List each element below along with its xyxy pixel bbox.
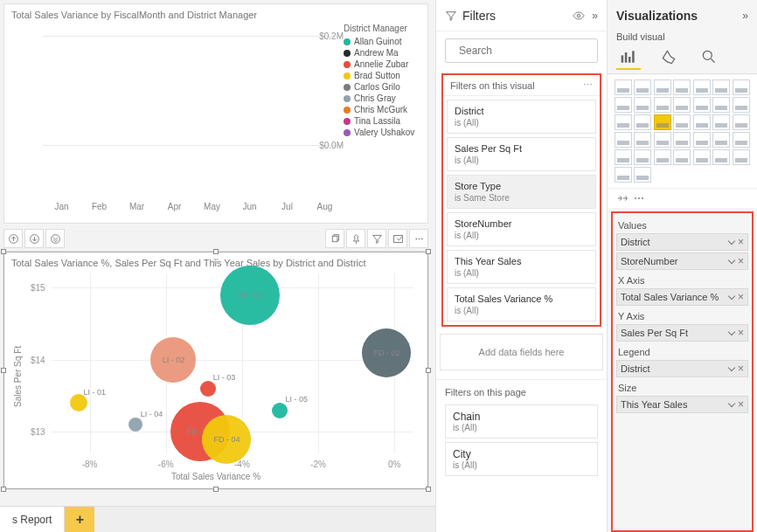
filter-card[interactable]: Total Sales Variance %is (All) <box>447 287 596 321</box>
y-tick-label: $13 <box>31 427 45 437</box>
bubble[interactable] <box>200 381 216 397</box>
chevron-down-icon[interactable] <box>729 236 734 248</box>
viz-type-button[interactable] <box>673 79 691 95</box>
legend-item[interactable]: Carlos Grilo <box>344 82 420 92</box>
search-input[interactable] <box>459 45 590 57</box>
visual-bar-chart[interactable]: Total Sales Variance by FiscalMonth and … <box>3 3 428 224</box>
expand-all-button[interactable] <box>45 229 65 248</box>
legend-item[interactable]: Valery Ushakov <box>344 128 420 137</box>
viz-type-button[interactable] <box>634 97 651 113</box>
remove-field-button[interactable]: × <box>738 327 744 339</box>
bubble[interactable] <box>70 394 87 411</box>
page-tab[interactable]: s Report <box>0 507 65 532</box>
remove-field-button[interactable]: × <box>738 363 744 375</box>
filter-card[interactable]: Store Typeis Same Store <box>447 175 596 209</box>
add-data-fields-drop[interactable]: Add data fields here <box>440 334 603 370</box>
viz-type-button[interactable] <box>634 132 651 148</box>
filter-button[interactable] <box>367 229 386 248</box>
viz-type-button[interactable] <box>634 167 651 183</box>
collapse-icon[interactable]: » <box>742 10 748 22</box>
viz-type-button[interactable] <box>733 79 750 95</box>
filters-search[interactable] <box>445 38 598 63</box>
viz-type-button[interactable] <box>615 149 632 165</box>
viz-type-button[interactable] <box>615 114 632 130</box>
legend-item[interactable]: Annelie Zubar <box>344 59 420 69</box>
viz-type-button[interactable] <box>615 97 632 113</box>
drill-down-button[interactable] <box>24 229 44 248</box>
chevron-down-icon[interactable] <box>729 398 734 411</box>
legend-item[interactable]: Chris Gray <box>344 93 420 103</box>
drill-up-button[interactable] <box>3 229 23 248</box>
chevron-down-icon[interactable] <box>729 327 734 339</box>
legend-item[interactable]: Andrew Ma <box>344 48 420 58</box>
report-canvas[interactable]: Total Sales Variance by FiscalMonth and … <box>0 0 435 532</box>
viz-type-button[interactable] <box>712 132 730 148</box>
viz-type-button[interactable] <box>693 132 711 148</box>
viz-type-button[interactable] <box>654 149 671 165</box>
filter-card[interactable]: StoreNumberis (All) <box>447 212 596 246</box>
viz-type-button[interactable] <box>634 79 651 95</box>
filter-card[interactable]: Sales Per Sq Ftis (All) <box>447 137 596 171</box>
bubble[interactable] <box>272 403 288 418</box>
visual-scatter-chart[interactable]: ≡ Total Sales Variance %, Sales Per Sq F… <box>3 252 428 489</box>
legend-item[interactable]: Chris McGurk <box>344 105 420 114</box>
viz-type-button[interactable] <box>615 79 632 95</box>
filter-card[interactable]: Districtis (All) <box>447 100 596 134</box>
viz-type-button[interactable] <box>634 114 651 130</box>
viz-type-button[interactable] <box>712 114 730 130</box>
bubble[interactable] <box>128 418 142 432</box>
filter-card[interactable]: Cityis (All) <box>445 442 598 476</box>
filter-card[interactable]: This Year Salesis (All) <box>447 250 596 284</box>
viz-type-button[interactable] <box>654 132 671 148</box>
remove-field-button[interactable]: × <box>738 398 744 411</box>
build-tab[interactable] <box>616 45 641 70</box>
remove-field-button[interactable]: × <box>738 255 744 267</box>
pin-button[interactable] <box>346 229 365 248</box>
viz-type-button[interactable] <box>733 132 750 148</box>
viz-type-button[interactable] <box>634 149 651 165</box>
field-well[interactable]: District× <box>616 233 748 251</box>
format-tab[interactable] <box>656 45 681 70</box>
viz-type-button[interactable] <box>693 114 711 130</box>
collapse-icon[interactable]: » <box>592 10 598 22</box>
field-well[interactable]: This Year Sales× <box>616 396 748 413</box>
viz-type-button[interactable] <box>693 79 711 95</box>
viz-type-button[interactable] <box>693 97 711 113</box>
legend-item[interactable]: Allan Guinot <box>344 37 420 46</box>
field-well[interactable]: Total Sales Variance %× <box>616 288 748 306</box>
viz-type-button[interactable] <box>673 132 691 148</box>
chevron-down-icon[interactable] <box>729 291 734 303</box>
visibility-icon[interactable] <box>573 10 585 22</box>
viz-type-button[interactable] <box>733 149 750 165</box>
viz-type-button[interactable] <box>615 167 632 183</box>
viz-type-button[interactable] <box>712 79 730 95</box>
viz-type-button[interactable] <box>733 114 750 130</box>
remove-field-button[interactable]: × <box>738 291 744 303</box>
viz-type-button[interactable] <box>693 149 711 165</box>
viz-type-button[interactable] <box>712 97 730 113</box>
chevron-down-icon[interactable] <box>729 363 734 375</box>
analytics-tab[interactable] <box>697 45 721 70</box>
viz-type-button[interactable] <box>733 97 750 113</box>
field-well[interactable]: StoreNumber× <box>616 252 748 270</box>
viz-type-button[interactable] <box>654 97 671 113</box>
field-well[interactable]: Sales Per Sq Ft× <box>616 324 748 342</box>
viz-type-button[interactable] <box>615 132 632 148</box>
chevron-down-icon[interactable] <box>729 255 734 267</box>
more-button[interactable] <box>409 229 428 248</box>
viz-type-button[interactable] <box>673 114 691 130</box>
viz-type-button[interactable] <box>654 114 671 130</box>
field-well[interactable]: District× <box>616 360 748 377</box>
focus-button[interactable] <box>388 229 407 248</box>
viz-type-button[interactable] <box>654 79 671 95</box>
viz-type-button[interactable] <box>712 149 730 165</box>
viz-type-button[interactable] <box>673 97 691 113</box>
viz-type-button[interactable] <box>673 149 691 165</box>
legend-item[interactable]: Brad Sutton <box>344 71 420 80</box>
add-page-button[interactable]: + <box>65 507 94 532</box>
legend-item[interactable]: Tina Lassila <box>344 116 420 126</box>
viz-more-row[interactable]: ⋯ <box>608 188 757 208</box>
filter-card[interactable]: Chainis (All) <box>445 404 598 439</box>
copy-button[interactable] <box>325 229 344 248</box>
remove-field-button[interactable]: × <box>738 236 744 248</box>
